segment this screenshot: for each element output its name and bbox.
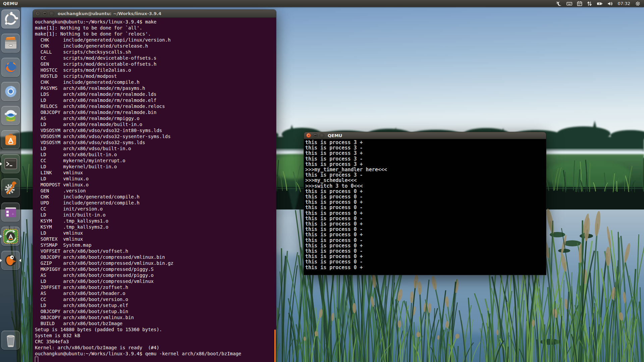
session-gear-icon[interactable] xyxy=(635,1,641,6)
launcher-item-software-center-robot[interactable] xyxy=(1,106,20,125)
keyboard-indicator-icon[interactable] xyxy=(567,1,572,6)
qemu-app-icon xyxy=(3,252,19,268)
unity-launcher xyxy=(0,7,21,362)
ubuntu-dash-icon xyxy=(3,11,18,27)
indicator-tray: 07:32 xyxy=(556,1,641,6)
terminal-close-button[interactable]: ✕ xyxy=(35,11,40,16)
weather-indicator-icon[interactable] xyxy=(556,1,562,6)
launcher-item-chromium[interactable] xyxy=(1,82,20,101)
terminal-scrollbar[interactable] xyxy=(274,329,276,362)
running-indicator-arrow xyxy=(0,162,2,166)
launcher-item-system-settings[interactable] xyxy=(1,178,20,197)
terminal-cursor xyxy=(35,357,38,362)
qemu-minimize-button[interactable]: ▬ xyxy=(313,133,318,138)
qemu-window: ✕ ▬ ▢ QEMU this is process 3 + this is p… xyxy=(304,132,546,275)
terminal-title: ouchangkun@ubuntu: ~/Works/linux-3.9.4 xyxy=(58,11,161,16)
top-panel: QEMU xyxy=(0,0,644,7)
terminal-window: ✕ ▬ ▢ ouchangkun@ubuntu: ~/Works/linux-3… xyxy=(33,10,276,362)
qemu-display[interactable]: this is process 3 + this is process 3 - … xyxy=(304,139,546,275)
running-indicator-arrow xyxy=(0,235,2,238)
qemu-titlebar[interactable]: ✕ ▬ ▢ QEMU xyxy=(304,132,546,139)
calendar-indicator-icon[interactable] xyxy=(577,1,582,6)
purple-window-icon xyxy=(3,204,19,220)
launcher-item-trash[interactable] xyxy=(1,330,20,350)
panel-clock[interactable]: 07:32 xyxy=(618,1,630,6)
panel-app-title: QEMU xyxy=(3,1,18,6)
terminal-maximize-button[interactable]: ▢ xyxy=(49,11,54,16)
qemu-title: QEMU xyxy=(328,133,342,138)
launcher-item-software-updater[interactable] xyxy=(1,227,20,246)
qemu-close-button[interactable]: ✕ xyxy=(306,133,311,138)
terminal-output: ouchangkun@ubuntu:~/Works/linux-3.9.4$ m… xyxy=(33,18,276,357)
robot-basket-icon xyxy=(3,108,19,124)
launcher-item-qemu[interactable] xyxy=(1,251,20,270)
launcher-item-purple-window-app[interactable] xyxy=(1,202,20,222)
chromium-icon xyxy=(3,83,19,100)
focused-indicator-arrow xyxy=(19,259,21,262)
trash-icon xyxy=(3,332,19,348)
terminal-minimize-button[interactable]: ▬ xyxy=(42,11,47,16)
launcher-item-terminal[interactable] xyxy=(1,154,20,173)
qemu-output: this is process 3 + this is process 3 - … xyxy=(304,139,546,270)
firefox-icon xyxy=(3,59,19,75)
launcher-item-ubuntu-software-center[interactable] xyxy=(1,130,20,149)
running-indicator-arrow xyxy=(0,259,2,262)
terminal-titlebar[interactable]: ✕ ▬ ▢ ouchangkun@ubuntu: ~/Works/linux-3… xyxy=(33,10,276,18)
settings-gear-wrench-icon xyxy=(3,180,19,196)
network-transfer-icon[interactable] xyxy=(587,1,592,6)
software-updater-icon xyxy=(3,228,19,244)
files-icon xyxy=(3,35,19,51)
battery-charging-icon[interactable] xyxy=(597,1,603,6)
launcher-item-dash-home[interactable] xyxy=(1,9,20,28)
launcher-item-firefox[interactable] xyxy=(1,58,20,77)
volume-icon[interactable] xyxy=(607,1,613,6)
terminal-content[interactable]: ouchangkun@ubuntu:~/Works/linux-3.9.4$ m… xyxy=(33,18,276,362)
software-center-bag-icon xyxy=(3,132,19,148)
qemu-maximize-button[interactable]: ▢ xyxy=(320,133,324,138)
launcher-item-files[interactable] xyxy=(1,34,20,53)
terminal-app-icon xyxy=(3,156,19,172)
